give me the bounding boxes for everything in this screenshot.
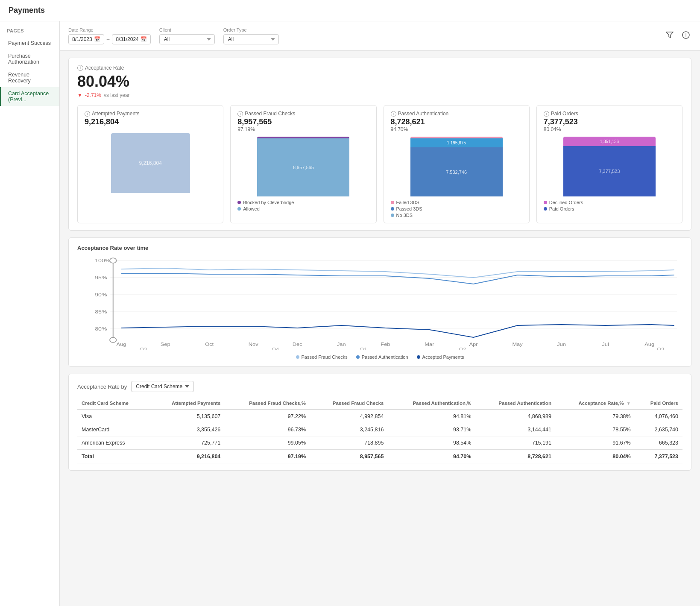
- line-chart-svg: 100% 95% 90% 85% 80%: [77, 256, 682, 350]
- table-cell: 8,728,621: [475, 450, 556, 463]
- table-header-label: Acceptance Rate by: [77, 384, 127, 390]
- svg-text:Q2: Q2: [459, 347, 466, 350]
- legend-dot: [544, 201, 547, 204]
- trend-arrow-icon: ▼: [77, 92, 82, 98]
- line-chart-area: 100% 95% 90% 85% 80%: [77, 256, 682, 350]
- chart-legend-dot: [356, 355, 360, 359]
- acceptance-rate-card: i Acceptance Rate 80.04% ▼ -2.71% vs las…: [68, 58, 691, 231]
- th-fraud_abs[interactable]: Passed Fraud Checks: [310, 397, 388, 410]
- svg-text:Aug: Aug: [644, 342, 654, 346]
- table-cell: 94.70%: [388, 450, 475, 463]
- metric-pct-paid-orders: 80.04%: [544, 126, 675, 132]
- table-cell: 2,635,740: [635, 423, 682, 436]
- table-cell: 665,323: [635, 436, 682, 450]
- metric-value-attempted-payments: 9,216,804: [85, 117, 216, 126]
- table-cell: 99.05%: [225, 436, 310, 450]
- info-icon: i: [77, 65, 83, 71]
- legend-item: No 3DS: [391, 213, 522, 218]
- sidebar-item-payment-success[interactable]: Payment Success: [0, 37, 59, 50]
- table-cell[interactable]: Visa: [77, 410, 150, 423]
- info-icon-attempted-payments: i: [85, 111, 90, 117]
- svg-text:Dec: Dec: [293, 342, 302, 346]
- chart-legend-dot: [417, 355, 420, 359]
- table-cell: 4,992,854: [310, 410, 388, 423]
- sidebar-item-card-acceptance[interactable]: Card Acceptance (Previ...: [0, 87, 59, 106]
- page-content: i Acceptance Rate 80.04% ▼ -2.71% vs las…: [60, 51, 700, 477]
- chart-title: Acceptance Rate over time: [77, 245, 682, 251]
- table-cell: 97.22%: [225, 410, 310, 423]
- bar-seg1-paid-orders: 7,377,523: [563, 146, 656, 196]
- line-chart-card: Acceptance Rate over time 100% 95% 90% 8…: [68, 237, 691, 367]
- info-icon-button[interactable]: i: [680, 29, 691, 43]
- bar-seg2-passed-fraud-checks: [257, 137, 349, 138]
- client-select[interactable]: All: [159, 34, 215, 44]
- sort-icon: ▼: [627, 401, 631, 406]
- table-cell: 9,216,804: [150, 450, 225, 463]
- svg-text:Apr: Apr: [469, 342, 477, 346]
- metric-value-paid-orders: 7,377,523: [544, 117, 675, 126]
- th-acc_rate[interactable]: Acceptance Rate,% ▼: [556, 397, 635, 410]
- th-auth_abs[interactable]: Passed Authentication: [475, 397, 556, 410]
- svg-text:Q3: Q3: [657, 347, 664, 350]
- svg-text:100%: 100%: [95, 258, 110, 263]
- sidebar-item-purchase-authorization[interactable]: Purchase Authorization: [0, 50, 59, 68]
- table-cell: 725,771: [150, 436, 225, 450]
- th-fraud_pct[interactable]: Passed Fraud Checks,%: [225, 397, 310, 410]
- svg-text:Nov: Nov: [249, 342, 258, 346]
- sidebar-item-revenue-recovery[interactable]: Revenue Recovery: [0, 68, 59, 87]
- bar-chart-paid-orders: 7,377,5231,351,136: [544, 137, 675, 196]
- table-cell: 3,245,816: [310, 423, 388, 436]
- main-content: Date Range 8/1/2023 📅 – 8/31/2024 📅 Clie…: [60, 21, 700, 606]
- svg-text:85%: 85%: [95, 309, 107, 314]
- date-from-input[interactable]: 8/1/2023 📅: [68, 34, 104, 44]
- table-cell: Total: [77, 450, 150, 463]
- bar-seg1-passed-fraud-checks: 8,957,565: [257, 138, 349, 196]
- metric-card-paid-orders: i Paid Orders7,377,52380.04%7,377,5231,3…: [536, 105, 682, 223]
- svg-text:Jan: Jan: [337, 342, 346, 346]
- table-row: Total9,216,80497.19%8,957,56594.70%8,728…: [77, 450, 682, 463]
- chart-legend-item: Passed Fraud Checks: [296, 354, 348, 360]
- acceptance-rate-value: 80.04%: [77, 73, 682, 91]
- table-cell: 5,135,607: [150, 410, 225, 423]
- svg-text:Mar: Mar: [425, 342, 434, 346]
- legend-item: Failed 3DS: [391, 200, 522, 205]
- table-row: American Express725,77199.05%718,89598.5…: [77, 436, 682, 450]
- legend-item: Allowed: [237, 206, 369, 211]
- metric-value-passed-authentication: 8,728,621: [391, 117, 522, 126]
- table-cell[interactable]: American Express: [77, 436, 150, 450]
- svg-text:Q4: Q4: [272, 347, 279, 350]
- chart-legend: Passed Fraud ChecksPassed Authentication…: [77, 354, 682, 360]
- th-auth_pct[interactable]: Passed Authentication,%: [388, 397, 475, 410]
- table-cell: 4,868,989: [475, 410, 556, 423]
- order-type-label: Order Type: [223, 27, 279, 32]
- date-to-input[interactable]: 8/31/2024 📅: [112, 34, 150, 44]
- legend-dot: [237, 207, 241, 211]
- chart-legend-item: Passed Authentication: [356, 354, 408, 360]
- order-type-select[interactable]: All: [223, 34, 279, 44]
- table-cell: 97.19%: [225, 450, 310, 463]
- legend-paid-orders: Declined OrdersPaid Orders: [544, 200, 675, 211]
- date-range-label: Date Range: [68, 27, 151, 32]
- legend-dot: [237, 201, 241, 204]
- metric-title-paid-orders: i Paid Orders: [544, 111, 675, 117]
- th-scheme[interactable]: Credit Card Scheme: [77, 397, 150, 410]
- metric-value-passed-fraud-checks: 8,957,565: [237, 117, 369, 126]
- legend-passed-authentication: Failed 3DSPassed 3DSNo 3DS: [391, 200, 522, 218]
- filter-icon-button[interactable]: [664, 30, 675, 42]
- th-paid[interactable]: Paid Orders: [635, 397, 682, 410]
- filters-bar: Date Range 8/1/2023 📅 – 8/31/2024 📅 Clie…: [60, 21, 700, 51]
- th-attempted[interactable]: Attempted Payments: [150, 397, 225, 410]
- table-cell: 91.67%: [556, 436, 635, 450]
- scheme-dropdown-button[interactable]: Credit Card Scheme: [131, 381, 194, 392]
- trend-label: vs last year: [104, 92, 130, 98]
- app-title: Payments: [9, 6, 45, 15]
- acceptance-rate-table: Credit Card SchemeAttempted PaymentsPass…: [77, 397, 682, 463]
- svg-text:95%: 95%: [95, 275, 107, 280]
- table-cell: 7,377,523: [635, 450, 682, 463]
- sidebar-section-label: Pages: [0, 28, 59, 37]
- svg-text:90%: 90%: [95, 292, 107, 297]
- metrics-row: i Attempted Payments9,216,8049,216,804i …: [77, 105, 682, 223]
- table-cell[interactable]: MasterCard: [77, 423, 150, 436]
- svg-text:Feb: Feb: [381, 342, 390, 346]
- bar-chart-passed-fraud-checks: 8,957,565: [237, 137, 369, 196]
